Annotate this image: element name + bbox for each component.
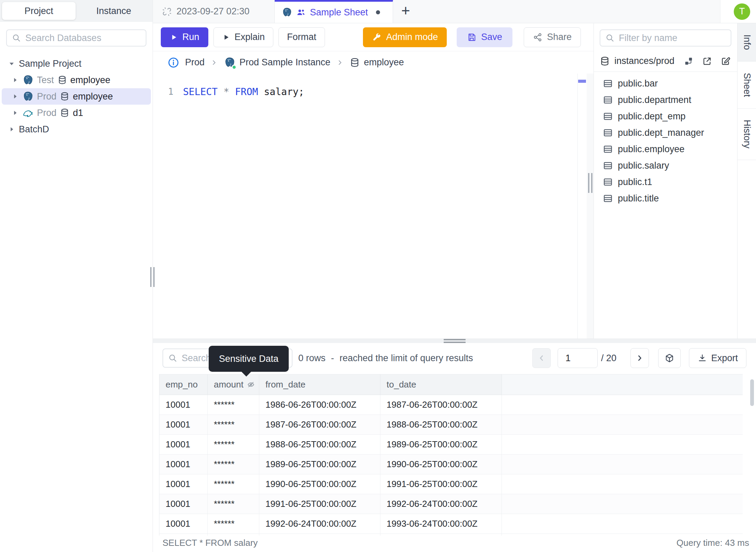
schema-table-item[interactable]: public.dept_manager [594,124,737,141]
executed-query-label: SELECT * FROM salary [162,538,258,548]
table-row[interactable]: 10001 ****** 1989-06-25T00:00:00Z 1990-0… [159,455,743,474]
schema-table-item[interactable]: public.employee [594,141,737,157]
database-icon [600,56,610,66]
sidebar-resize-handle[interactable] [150,267,155,287]
database-search [6,29,146,47]
tab-sample-sheet[interactable]: Sample Sheet [275,0,393,23]
cell-amount-masked: ****** [208,514,259,534]
table-row[interactable]: 10001 ****** 1987-06-26T00:00:00Z 1988-0… [159,415,743,435]
cell-from-date: 1991-06-25T00:00:00Z [259,494,380,514]
table-row[interactable]: 10001 ****** 1988-06-25T00:00:00Z 1989-0… [159,435,743,455]
table-icon [603,95,613,105]
save-button[interactable]: Save [457,27,512,47]
cell-to-date: 1987-06-26T00:00:00Z [380,395,502,415]
editor-scroll-gutter [577,74,578,339]
breadcrumb-environment[interactable]: Prod [185,57,205,68]
next-page-button[interactable] [630,348,649,368]
info-icon[interactable] [168,57,179,68]
status-online-dot [232,65,237,70]
editor-workspace: Run Explain Format Admin mode Save Share [153,23,594,339]
row-count: 0 rows [298,353,326,364]
avatar-zone: T [720,0,756,23]
schema-panel-resize-handle[interactable] [588,173,592,193]
run-label: Run [182,32,199,42]
cell-filler [502,514,743,534]
tree-item-prod-employee[interactable]: Prod employee [2,88,151,105]
cell-to-date: 1993-06-24T00:00:00Z [380,514,502,534]
column-header-to-date[interactable]: to_date [380,374,502,395]
search-icon [168,353,178,363]
environment-label: Prod [37,108,56,118]
tab-timestamp-sheet[interactable]: 2023-09-27 02:30 [153,0,275,23]
tab-info[interactable]: Info [738,23,756,62]
new-tab-button[interactable]: + [393,0,410,23]
database-label: employee [70,75,110,86]
tab-project[interactable]: Project [2,2,76,20]
limit-note: reached the limit of query results [340,353,473,364]
avatar[interactable]: T [734,3,750,20]
format-button[interactable]: Format [278,27,325,47]
run-button[interactable]: Run [161,27,208,47]
column-header-amount[interactable]: amount [208,374,259,395]
database-icon [57,75,67,85]
external-link-icon[interactable] [702,56,712,66]
schema-table-item[interactable]: public.title [594,190,737,207]
table-row[interactable]: 10001 ****** 1990-06-25T00:00:00Z 1991-0… [159,474,743,494]
postgres-icon [22,75,34,86]
scrollbar-thumb[interactable] [750,379,754,406]
search-icon [12,33,21,43]
breadcrumb-database[interactable]: employee [350,57,404,68]
tree-item-prod-d1[interactable]: Prod d1 [0,105,153,121]
search-databases-input[interactable] [25,33,141,43]
results-panel: 0 rows - reached the limit of query resu… [153,339,756,552]
schema-table-item[interactable]: public.t1 [594,174,737,190]
cell-to-date: 1990-06-25T00:00:00Z [380,455,502,474]
postgres-icon [282,7,292,18]
explain-button[interactable]: Explain [213,27,274,47]
column-header-from-date[interactable]: from_date [259,374,380,395]
share-button[interactable]: Share [524,27,581,47]
results-table: emp_no amount from_date to_date 10001 **… [159,374,743,536]
admin-mode-button[interactable]: Admin mode [363,27,447,47]
cube-button[interactable] [658,348,681,368]
link-broken-icon [162,6,172,17]
prev-page-button[interactable] [532,348,551,368]
table-icon [603,160,613,171]
breadcrumb-instance[interactable]: Prod Sample Instance [224,57,330,68]
results-table-body: 10001 ****** 1986-06-26T00:00:00Z 1987-0… [159,395,743,534]
schema-diagram-icon[interactable] [683,56,694,66]
tree-item-sample-project[interactable]: Sample Project [0,55,153,72]
cell-emp-no: 10001 [159,474,208,494]
unsaved-dot [376,10,380,14]
chevron-down-icon [8,60,15,67]
cell-amount-masked: ****** [208,415,259,435]
export-button[interactable]: Export [689,348,746,368]
table-icon [603,193,613,203]
eye-off-icon[interactable] [247,380,255,389]
tab-instance[interactable]: Instance [77,2,151,20]
tab-bar: 2023-09-27 02:30 Sample Sheet + T [153,0,756,23]
schema-table-item[interactable]: public.department [594,92,737,108]
filter-by-name-input[interactable] [619,33,726,43]
sql-editor[interactable]: 1 SELECT*FROMsalary; [153,74,594,339]
download-icon [698,353,707,363]
tab-sheet[interactable]: Sheet [738,62,756,109]
schema-table-item[interactable]: public.bar [594,75,737,92]
batch-label: BatchD [19,124,49,135]
results-resize-handle[interactable] [153,339,756,343]
schema-table-item[interactable]: public.salary [594,157,737,174]
schema-table-list: public.bar public.department public.dept… [594,75,737,207]
table-row[interactable]: 10001 ****** 1991-06-25T00:00:00Z 1992-0… [159,494,743,514]
left-sidebar: Project Instance Sample Project Test emp… [0,0,153,552]
table-row[interactable]: 10001 ****** 1992-06-24T00:00:00Z 1993-0… [159,514,743,534]
cell-amount-masked: ****** [208,395,259,415]
column-header-emp-no[interactable]: emp_no [159,374,208,395]
page-total: / 20 [601,353,624,364]
edit-icon[interactable] [720,56,731,66]
page-number-input[interactable] [558,348,598,368]
table-row[interactable]: 10001 ****** 1986-06-26T00:00:00Z 1987-0… [159,395,743,415]
tree-item-batchd[interactable]: BatchD [0,121,153,137]
schema-table-item[interactable]: public.dept_emp [594,108,737,124]
tree-item-test-employee[interactable]: Test employee [0,72,153,88]
tab-history[interactable]: History [738,109,756,160]
